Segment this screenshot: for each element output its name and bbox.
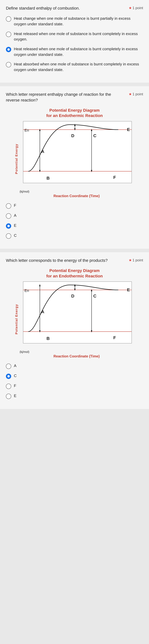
radio-q2d[interactable] xyxy=(6,234,11,239)
radio-q1c[interactable] xyxy=(6,47,11,52)
svg-rect-19 xyxy=(23,282,131,343)
question-1-options: Heat change when one mole of substance i… xyxy=(6,16,143,73)
question-1-header: Define standard enthalpy of combustion. … xyxy=(6,5,143,11)
option-q1b-text: Heat released when one mole of substance… xyxy=(14,31,143,42)
svg-text:D: D xyxy=(71,133,74,138)
diagram-q3-ylabel: Potential Energy xyxy=(14,280,18,358)
option-q2a-text: F xyxy=(14,203,16,208)
radio-q1c-inner xyxy=(7,48,10,51)
option-q2b-text: A xyxy=(14,213,16,218)
option-q3c[interactable]: F xyxy=(6,383,143,389)
question-1: Define standard enthalpy of combustion. … xyxy=(0,0,149,83)
radio-q2a[interactable] xyxy=(6,203,11,209)
diagram-q3-title: Potential Energy Diagram for an Endother… xyxy=(14,268,135,279)
radio-q2c[interactable] xyxy=(6,223,11,229)
option-q2d-text: C xyxy=(14,233,17,238)
diagram-q2-svg: E A B D C F En xyxy=(18,120,135,190)
star-icon-3: ★ xyxy=(129,258,132,262)
svg-text:C: C xyxy=(93,294,96,298)
radio-q2b[interactable] xyxy=(6,213,11,219)
diagram-q2: Potential Energy Diagram for an Endother… xyxy=(6,108,143,198)
question-2-text: Which letter represent enthalpy change o… xyxy=(6,92,126,103)
option-q3b[interactable]: C xyxy=(6,373,143,379)
svg-text:F: F xyxy=(113,175,116,180)
diagram-q2-right: E A B D C F En (kj/mol) xyxy=(18,120,135,198)
svg-text:E: E xyxy=(127,287,130,292)
option-q1d[interactable]: Heat absorbed when one mole of substance… xyxy=(6,62,143,72)
option-q3d[interactable]: E xyxy=(6,393,143,399)
question-2: Which letter represent enthalpy change o… xyxy=(0,86,149,249)
option-q2c-text: E xyxy=(14,223,16,228)
question-3-text: Which letter corresponds to the energy o… xyxy=(6,258,126,263)
question-3-points: ★1 point xyxy=(129,258,143,262)
svg-text:B: B xyxy=(47,176,50,180)
question-2-header: Which letter represent enthalpy change o… xyxy=(6,92,143,103)
question-2-points: ★1 point xyxy=(129,92,143,96)
radio-q1d[interactable] xyxy=(6,62,11,67)
radio-q2c-inner xyxy=(7,225,10,227)
diagram-q3: Potential Energy Diagram for an Endother… xyxy=(6,268,143,358)
radio-q3c[interactable] xyxy=(6,384,11,389)
diagram-q3-kjlabel: (kj/mol) xyxy=(18,350,135,354)
star-icon: ★ xyxy=(129,6,132,10)
option-q1c[interactable]: Heat released when one mole of substance… xyxy=(6,46,143,57)
option-q1a-text: Heat change when one mole of substance i… xyxy=(14,16,143,27)
option-q3b-text: C xyxy=(14,373,17,379)
radio-q1b[interactable] xyxy=(6,32,11,37)
diagram-q3-wrap: Potential Energy Diagram for an Endother… xyxy=(14,268,135,358)
diagram-q3-svg: E A B D C F En xyxy=(18,280,135,350)
diagram-q2-title: Potential Energy Diagram for an Endother… xyxy=(14,108,135,118)
svg-text:C: C xyxy=(93,133,96,138)
svg-text:D: D xyxy=(71,294,74,298)
diagram-q3-svg-wrap: Potential Energy xyxy=(14,280,135,358)
svg-text:B: B xyxy=(47,336,50,341)
diagram-q2-xlabel: Reaction Coordinate (Time) xyxy=(18,194,135,198)
svg-text:En: En xyxy=(25,128,29,132)
option-q1a[interactable]: Heat change when one mole of substance i… xyxy=(6,16,143,27)
diagram-q2-ylabel: Potential Energy xyxy=(14,120,18,198)
option-q3c-text: F xyxy=(14,383,16,389)
question-3-header: Which letter corresponds to the energy o… xyxy=(6,258,143,263)
question-3: Which letter corresponds to the energy o… xyxy=(0,252,149,409)
option-q1c-text: Heat released when one mole of substance… xyxy=(14,46,143,57)
radio-q3b[interactable] xyxy=(6,374,11,379)
svg-text:En: En xyxy=(25,288,29,292)
option-q3d-text: E xyxy=(14,393,16,399)
option-q2c[interactable]: E xyxy=(6,223,143,229)
svg-text:A: A xyxy=(41,149,44,154)
svg-text:F: F xyxy=(113,335,116,340)
question-3-options: A C F E xyxy=(6,363,143,399)
option-q3a[interactable]: A xyxy=(6,363,143,369)
question-1-points: ★1 point xyxy=(129,5,143,10)
radio-q1a[interactable] xyxy=(6,16,11,22)
radio-q3a[interactable] xyxy=(6,364,11,369)
option-q2d[interactable]: C xyxy=(6,233,143,239)
diagram-q2-wrap: Potential Energy Diagram for an Endother… xyxy=(14,108,135,198)
option-q3a-text: A xyxy=(14,363,16,369)
radio-q3b-inner xyxy=(7,375,10,378)
svg-text:A: A xyxy=(41,309,44,314)
question-1-text: Define standard enthalpy of combustion. xyxy=(6,5,126,11)
question-2-options: F A E C xyxy=(6,203,143,239)
star-icon-2: ★ xyxy=(129,92,132,96)
diagram-q3-xlabel: Reaction Coordinate (Time) xyxy=(18,354,135,358)
diagram-q3-right: E A B D C F En (kj/mol) Reaction Coordin… xyxy=(18,280,135,358)
option-q2a[interactable]: F xyxy=(6,203,143,209)
radio-q3d[interactable] xyxy=(6,394,11,399)
diagram-q2-svg-wrap: Potential Energy xyxy=(14,120,135,198)
option-q2b[interactable]: A xyxy=(6,213,143,219)
svg-text:E: E xyxy=(127,127,130,132)
option-q1b[interactable]: Heat released when one mole of substance… xyxy=(6,31,143,42)
option-q1d-text: Heat absorbed when one mole of substance… xyxy=(14,62,143,72)
diagram-q2-kjlabel: (kj/mol) xyxy=(18,190,135,193)
